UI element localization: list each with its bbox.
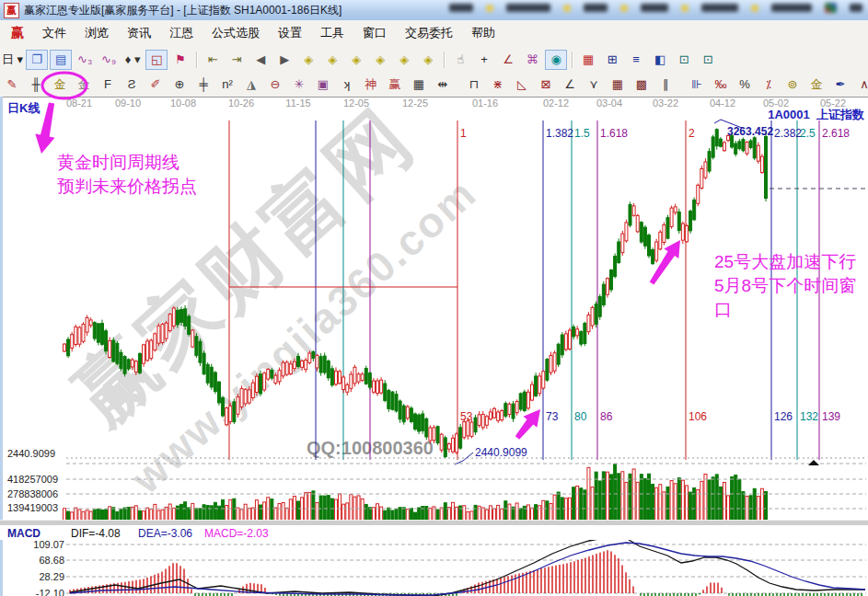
gann-fan-icon[interactable]: ⋇ xyxy=(487,74,509,95)
menu-item-5[interactable]: 设置 xyxy=(269,22,311,43)
zoom-out-y-icon[interactable]: ◈ xyxy=(345,50,367,70)
fan-box-icon[interactable]: ◺ xyxy=(511,74,533,95)
ma3-tool-icon[interactable]: ∿₃ xyxy=(74,50,96,70)
gann-ratio-label-1: 1 xyxy=(460,127,467,140)
spiral-icon[interactable]: Ƨ xyxy=(121,74,143,95)
next-bar-icon[interactable]: ▶ xyxy=(273,50,295,70)
win-tool-icon[interactable]: 赢 xyxy=(384,74,406,95)
crosshair-icon[interactable]: + xyxy=(473,50,495,70)
gold-circle-icon[interactable]: ⊚ xyxy=(781,74,804,95)
brush-candle-icon[interactable]: ✒ xyxy=(829,74,851,95)
gann-grid-2-icon[interactable]: ▩ xyxy=(631,74,653,95)
low-price-axis-label: 2440.9099 xyxy=(7,448,55,459)
zoom-reset-icon[interactable]: ◈ xyxy=(417,50,439,70)
percent-icon[interactable]: % xyxy=(734,74,756,95)
grid-123-icon[interactable]: ▦ xyxy=(408,74,430,95)
gann-count-label-53: 53 xyxy=(460,410,472,423)
percent-7-icon[interactable]: ‰ xyxy=(710,74,732,95)
menu-item-7[interactable]: 窗口 xyxy=(353,22,396,43)
cycle-circle-icon[interactable]: ⊖ xyxy=(264,74,286,95)
zoom-in-y-icon[interactable]: ◈ xyxy=(369,50,391,70)
date-tick-03-22: 03-22 xyxy=(653,97,678,109)
shen-tool-icon[interactable]: 神 xyxy=(360,74,382,95)
network-1-icon[interactable]: ⊡ xyxy=(673,50,695,70)
menu-item-3[interactable]: 江恩 xyxy=(160,22,203,43)
toolbar-separator xyxy=(444,52,445,68)
golden-time-cycle-icon[interactable]: 金 xyxy=(49,74,71,95)
prev-bar-icon[interactable]: ◀ xyxy=(249,50,272,70)
gann-circle-icon[interactable]: ⊕ xyxy=(168,74,191,95)
app-window: { "window": { "title": "赢家江恩专业版[赢家服务平台] … xyxy=(0,0,868,596)
date-tick-10-08: 10-08 xyxy=(170,97,196,109)
pan-hand-icon[interactable]: ☝ xyxy=(449,50,471,70)
date-tick-02-12: 02-12 xyxy=(543,97,569,109)
percent-bars-icon[interactable]: ⁒ xyxy=(758,74,780,95)
period-selector-icon[interactable]: 日 ▾ xyxy=(1,50,24,70)
window-layout-icon[interactable]: ❐ xyxy=(26,50,48,70)
toolbar-separator xyxy=(196,52,197,68)
last-bar-icon[interactable]: ⇥ xyxy=(226,50,248,70)
angle-lines-icon[interactable]: ∠ xyxy=(559,74,581,95)
menu-bar: 赢 文件浏览资讯江恩公式选股设置工具窗口交易委托帮助 xyxy=(0,20,868,47)
candle-style-icon[interactable]: ♦ ▾ xyxy=(122,50,144,70)
watermark-qq: QQ:100800360 xyxy=(307,438,434,459)
bracket-tool-icon[interactable]: ⊓ xyxy=(463,74,485,95)
flag-marker-icon[interactable]: ⚑ xyxy=(169,50,191,70)
fibonacci-icon[interactable]: F xyxy=(97,74,119,95)
wave-tool-icon[interactable]: ∧ xyxy=(853,74,868,95)
annotation-golden-cycle: 黄金时间周期线 预判未来价格拐点 xyxy=(57,151,197,199)
app-logo-icon: 赢 xyxy=(4,3,19,18)
gann-count-label-86: 86 xyxy=(600,410,612,423)
price-grid-icon[interactable]: ╪ xyxy=(192,74,214,95)
menu-item-0[interactable]: 文件 xyxy=(33,22,75,43)
star-cycle-icon[interactable]: ✳ xyxy=(288,74,310,95)
draw-pen2-icon[interactable]: ✐ xyxy=(145,74,167,95)
calendar-icon[interactable]: ▦ xyxy=(577,50,599,70)
zoom-in-x-icon[interactable]: ◈ xyxy=(321,50,343,70)
span-measure-icon[interactable]: ⇹ xyxy=(432,74,454,95)
menu-item-6[interactable]: 工具 xyxy=(311,22,353,43)
report-view-icon[interactable]: ▤ xyxy=(50,50,72,70)
ma9-tool-icon[interactable]: ∿₉ xyxy=(98,50,120,70)
k-marker-icon[interactable]: ʞ xyxy=(336,74,358,95)
box-lines-icon[interactable]: ⊠ xyxy=(535,74,557,95)
gann-grid-icon[interactable]: ▦ xyxy=(607,74,629,95)
window-title: 赢家江恩专业版[赢家服务平台] - [上证指数 SH1A0001-186日K线] xyxy=(24,3,341,18)
v-lines-icon[interactable]: ⋎ xyxy=(583,74,605,95)
low-price-tag: 2440.9099 xyxy=(475,446,527,459)
smart-analysis-icon[interactable]: ◉ xyxy=(545,50,567,70)
triangle-tool-icon[interactable]: ◮ xyxy=(240,74,262,95)
menu-item-8[interactable]: 交易委托 xyxy=(396,22,462,43)
gann-ratio-label-2.5: 2.5 xyxy=(800,127,816,140)
first-bar-icon[interactable]: ⇤ xyxy=(202,50,224,70)
macd-scale-68.68: 68.68 xyxy=(7,555,64,566)
golden-price-cycle-icon[interactable]: 金 xyxy=(73,74,95,95)
menu-item-1[interactable]: 浏览 xyxy=(75,22,118,43)
menu-item-4[interactable]: 公式选股 xyxy=(203,22,269,43)
menu-item-9[interactable]: 帮助 xyxy=(462,22,504,43)
gann-wheel-icon[interactable]: ⌘ xyxy=(521,50,543,70)
box-cycle-icon[interactable]: ▣ xyxy=(312,74,334,95)
zoom-region-icon[interactable]: ◱ xyxy=(145,50,168,70)
save-icon[interactable]: ◧ xyxy=(649,50,671,70)
zoom-out-x-icon[interactable]: ◈ xyxy=(297,50,319,70)
macd-title[interactable]: MACD xyxy=(7,527,41,540)
notes-icon[interactable]: ≡ xyxy=(625,50,647,70)
gold-line-icon[interactable]: 金 xyxy=(805,74,827,95)
title-bar: 赢 赢家江恩专业版[赢家服务平台] - [上证指数 SH1A0001-186日K… xyxy=(0,0,868,20)
distribution-icon[interactable]: ⊪ xyxy=(686,74,708,95)
square-of-nine-icon[interactable]: n² xyxy=(216,74,238,95)
time-grid-icon[interactable]: ╫ xyxy=(25,74,47,95)
menu-logo-icon: 赢 xyxy=(11,25,24,41)
toolbar-main: 日 ▾❐▤∿₃∿₉♦ ▾◱⚑⇤⇥◀▶◈◈◈◈◈◈☝+∠⌘◉▦⊞≡◧⊡⊡ xyxy=(0,46,868,74)
calculator-icon[interactable]: ⊞ xyxy=(601,50,623,70)
network-2-icon[interactable]: ⊡ xyxy=(697,50,719,70)
macd-scale--12.10: -12.10 xyxy=(7,588,64,596)
parallel-lines-icon[interactable]: ∥ xyxy=(654,74,677,95)
titlebar-color-icon xyxy=(825,3,837,13)
draw-pencil-icon[interactable]: ✎ xyxy=(1,74,23,95)
macd-dif-value: DIF=-4.08 xyxy=(71,527,121,540)
menu-item-2[interactable]: 资讯 xyxy=(118,22,160,43)
zoom-all-icon[interactable]: ◈ xyxy=(393,50,415,70)
angle-tool-icon[interactable]: ∠ xyxy=(497,50,519,70)
